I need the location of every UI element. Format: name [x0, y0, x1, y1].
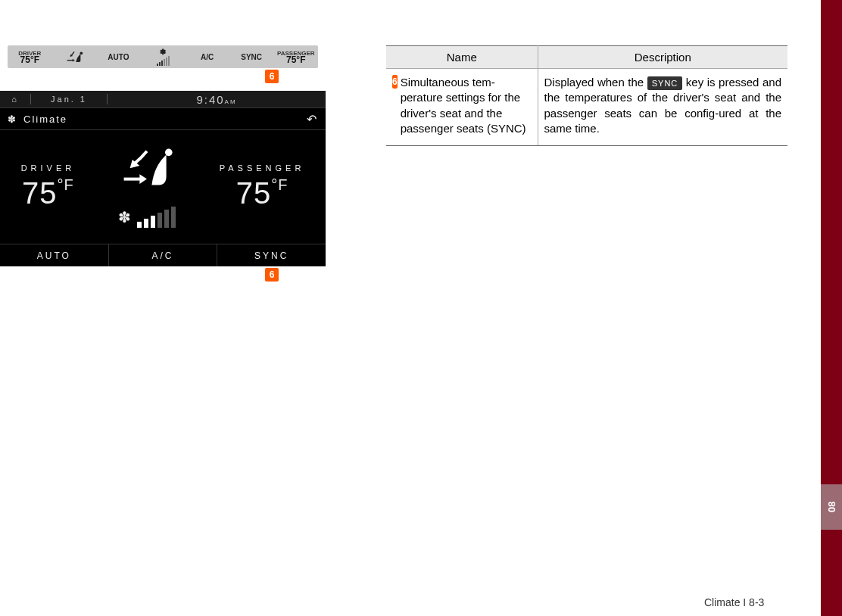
cb-passenger: PASSENGER 75°F	[273, 45, 318, 68]
description-table: Name Description 6 Simultaneous tem-pera…	[386, 45, 787, 146]
marker-full: 6	[265, 268, 279, 282]
status-date: Jan. 1	[31, 95, 107, 104]
status-time: 9:40AM	[108, 93, 326, 106]
cb-passenger-temp: 75°F	[286, 57, 305, 64]
cb-ac: A/C	[185, 45, 229, 68]
row-marker: 6	[392, 75, 398, 89]
driver-side: DRIVER 75°F	[21, 163, 76, 210]
fan-level[interactable]: ✽	[118, 207, 176, 228]
sync-key-badge: SYNC	[647, 76, 683, 91]
status-bar: ⌂ Jan. 1 9:40AM	[0, 91, 326, 107]
page-content: DRIVER 75°F AUTO ✽	[0, 0, 842, 282]
airflow-icon	[64, 48, 85, 65]
table-row: 6 Simultaneous tem-perature settings for…	[386, 69, 787, 146]
cb-fan: ✽	[141, 45, 186, 68]
fan-bars	[157, 56, 170, 66]
passenger-side: PASSENGER 75°F	[220, 163, 305, 210]
compact-climate-bar: DRIVER 75°F AUTO ✽	[8, 45, 318, 68]
fan-icon: ✽	[160, 48, 166, 56]
cell-name: 6 Simultaneous tem-perature settings for…	[386, 69, 538, 146]
cb-driver-temp: 75°F	[20, 57, 39, 64]
left-column: DRIVER 75°F AUTO ✽	[0, 45, 326, 282]
driver-label: DRIVER	[21, 163, 76, 173]
row-name-text: Simultaneous tem-perature settings for t…	[401, 75, 532, 136]
screen-title: Climate	[23, 114, 67, 125]
fan-icon: ✽	[118, 208, 131, 226]
home-icon[interactable]: ⌂	[0, 95, 30, 104]
cell-desc: Displayed when the SYNC key is pressed a…	[538, 69, 787, 146]
tab-ac[interactable]: A/C	[108, 244, 217, 266]
driver-temp[interactable]: 75°F	[21, 176, 76, 210]
climate-center: ✽	[117, 146, 177, 228]
th-desc: Description	[538, 46, 787, 69]
passenger-temp[interactable]: 75°F	[220, 176, 305, 210]
page-footer: Climate I 8-3	[704, 596, 764, 608]
climate-main: DRIVER 75°F ✽	[0, 130, 326, 244]
passenger-label: PASSENGER	[220, 163, 305, 173]
fan-icon: ✽	[8, 114, 17, 125]
cb-driver: DRIVER 75°F	[8, 45, 52, 68]
chapter-tab: 08	[821, 484, 842, 530]
climate-bottom-tabs: AUTO A/C SYNC	[0, 244, 326, 266]
cb-sync: SYNC	[229, 45, 274, 68]
tab-auto[interactable]: AUTO	[0, 244, 108, 266]
svg-point-1	[165, 149, 173, 157]
climate-screen: ⌂ Jan. 1 9:40AM ✽ Climate ↶ DRIVER 75°F	[0, 91, 326, 266]
cb-auto: AUTO	[96, 45, 141, 68]
right-column: Name Description 6 Simultaneous tem-pera…	[386, 45, 812, 282]
marker-compact: 6	[265, 70, 279, 83]
th-name: Name	[386, 46, 538, 69]
cb-airflow-icon	[52, 45, 97, 68]
svg-point-0	[80, 51, 83, 54]
airflow-icon[interactable]	[117, 146, 177, 191]
back-icon[interactable]: ↶	[307, 112, 318, 126]
fan-bars	[137, 207, 176, 228]
tab-sync[interactable]: SYNC	[217, 244, 326, 266]
screen-title-bar: ✽ Climate ↶	[0, 107, 326, 130]
